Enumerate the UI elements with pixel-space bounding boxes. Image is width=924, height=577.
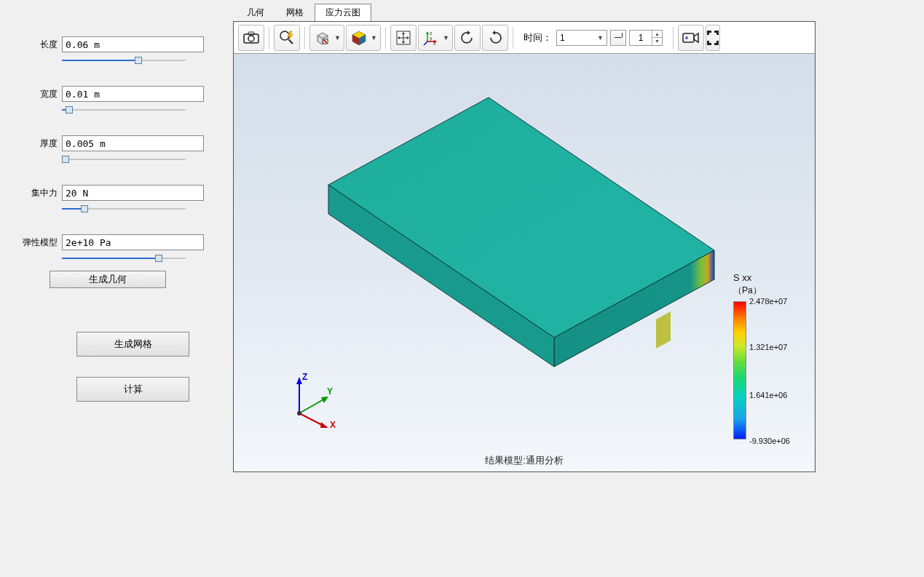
- chevron-down-icon: ▼: [443, 34, 449, 41]
- rotate-cw-icon: [487, 30, 503, 46]
- step-back-icon: [615, 37, 622, 38]
- param-input-length[interactable]: [62, 36, 204, 52]
- render-style-dropdown[interactable]: ▼: [346, 25, 381, 51]
- legend-tick: -9.930e+06: [749, 437, 790, 445]
- legend-title: S xx: [733, 272, 807, 283]
- svg-marker-39: [467, 31, 470, 35]
- param-label-modulus: 弹性模型: [22, 236, 62, 249]
- fullscreen-icon: [707, 31, 719, 45]
- param-input-thickness[interactable]: [62, 135, 204, 151]
- fullscreen-button[interactable]: [706, 25, 720, 51]
- chevron-down-icon: ▼: [597, 34, 604, 41]
- camera-icon: [243, 31, 259, 44]
- svg-line-35: [424, 41, 427, 45]
- viewer-toolbar: ▼: [234, 22, 815, 54]
- svg-marker-40: [492, 31, 495, 35]
- time-step-value: 1: [630, 33, 652, 43]
- svg-marker-54: [296, 377, 302, 384]
- time-label: 时间：: [524, 31, 552, 44]
- svg-line-55: [299, 399, 325, 413]
- svg-marker-42: [694, 33, 698, 42]
- time-select-value: 1: [560, 33, 565, 43]
- xyz-axes-icon: zyx: [423, 30, 439, 46]
- svg-marker-46: [714, 31, 719, 35]
- param-label-width: 宽度: [22, 88, 62, 100]
- svg-text:x: x: [433, 41, 436, 46]
- tab-mesh[interactable]: 网格: [275, 4, 315, 21]
- chevron-down-icon: ▼: [371, 34, 377, 41]
- zoom-flash-button[interactable]: [274, 25, 300, 51]
- param-slider-length[interactable]: [62, 55, 186, 65]
- beam-model: [307, 76, 743, 381]
- tab-geometry[interactable]: 几何: [236, 4, 275, 21]
- svg-marker-30: [407, 36, 409, 39]
- param-slider-force[interactable]: [62, 204, 186, 214]
- rotate-cw-button[interactable]: [482, 25, 508, 51]
- axis-y-label: Y: [327, 386, 333, 397]
- svg-point-43: [685, 36, 688, 39]
- param-label-force: 集中力: [22, 187, 62, 199]
- param-input-force[interactable]: [62, 185, 204, 201]
- svg-point-2: [248, 36, 254, 41]
- param-label-thickness: 厚度: [22, 138, 62, 150]
- svg-text:z: z: [430, 31, 433, 36]
- legend-tick: 1.321e+07: [749, 343, 787, 351]
- rotate-ccw-icon: [459, 30, 475, 46]
- svg-marker-51: [656, 311, 671, 349]
- fit-view-button[interactable]: [390, 25, 416, 51]
- sidebar: 长度 宽度 厚度: [0, 0, 233, 472]
- param-input-width[interactable]: [62, 86, 204, 102]
- svg-marker-44: [707, 31, 711, 35]
- param-label-length: 长度: [22, 39, 62, 51]
- spinner-down-icon[interactable]: ▼: [652, 38, 662, 45]
- svg-marker-32: [426, 31, 429, 34]
- screenshot-button[interactable]: [238, 25, 264, 51]
- axis-z-label: Z: [302, 372, 307, 382]
- param-slider-width[interactable]: [62, 105, 186, 115]
- tabs: 几何 网格 应力云图: [233, 4, 924, 21]
- chevron-down-icon: ▼: [334, 34, 341, 41]
- rubik-cube-icon: [351, 30, 367, 46]
- axis-triad: Z Y X: [285, 370, 343, 428]
- svg-marker-58: [320, 422, 328, 428]
- svg-marker-47: [714, 41, 719, 45]
- orientation-dropdown[interactable]: zyx ▼: [418, 25, 453, 51]
- spinner-up-icon[interactable]: ▲: [652, 31, 662, 38]
- time-step-spinner[interactable]: 1 ▲ ▼: [629, 30, 663, 46]
- generate-mesh-button[interactable]: 生成网格: [76, 332, 189, 357]
- legend-colorbar: [733, 301, 746, 439]
- cube-eye-icon: [315, 30, 331, 46]
- record-button[interactable]: [678, 25, 704, 51]
- viewer-frame: ▼: [233, 21, 816, 472]
- svg-text:y: y: [430, 36, 433, 41]
- video-camera-icon: [682, 31, 700, 44]
- param-input-modulus[interactable]: [62, 234, 204, 250]
- fit-view-icon: [395, 30, 411, 46]
- main-content: 几何 网格 应力云图: [233, 0, 924, 472]
- color-legend: S xx （Pa） 2.478e+07 1.321e+07 1.641e+06 …: [733, 272, 807, 441]
- generate-geometry-button[interactable]: 生成几何: [50, 271, 166, 288]
- rotate-ccw-button[interactable]: [454, 25, 481, 51]
- svg-marker-29: [398, 36, 400, 39]
- tab-stress-contour[interactable]: 应力云图: [315, 4, 371, 21]
- legend-tick: 1.641e+06: [749, 391, 787, 399]
- param-slider-modulus[interactable]: [62, 253, 186, 263]
- compute-button[interactable]: 计算: [76, 377, 189, 402]
- param-slider-thickness[interactable]: [62, 154, 186, 164]
- svg-marker-28: [402, 41, 405, 44]
- step-back-button[interactable]: [610, 30, 626, 46]
- svg-marker-27: [402, 32, 405, 34]
- legend-ticks: 2.478e+07 1.321e+07 1.641e+06 -9.930e+06: [749, 301, 807, 441]
- svg-point-59: [297, 411, 301, 415]
- svg-rect-41: [683, 33, 694, 42]
- viewer-canvas[interactable]: Z Y X S xx （Pa）: [234, 54, 815, 471]
- axis-x-label: X: [330, 420, 336, 430]
- legend-tick: 2.478e+07: [749, 297, 787, 306]
- viewer-footer-text: 结果模型:通用分析: [234, 454, 815, 467]
- legend-unit: （Pa）: [733, 284, 807, 297]
- time-select[interactable]: 1 ▼: [556, 30, 607, 46]
- svg-marker-45: [707, 41, 711, 45]
- visibility-dropdown[interactable]: ▼: [309, 25, 344, 51]
- magnifier-flash-icon: [279, 30, 295, 46]
